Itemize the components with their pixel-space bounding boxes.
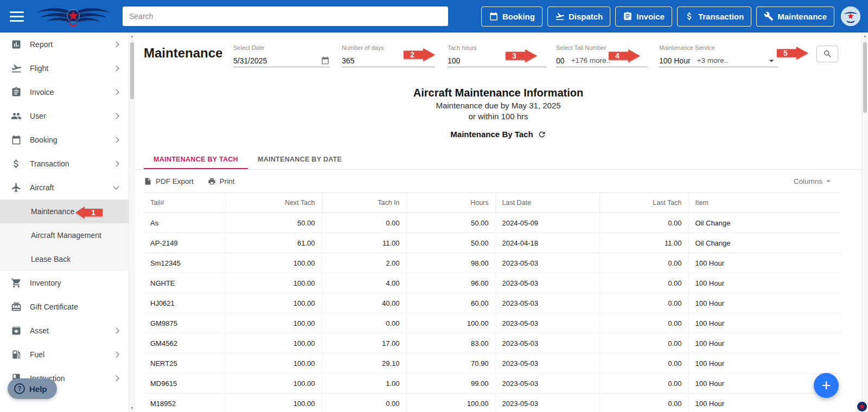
table-cell: 2023-05-03 <box>495 353 599 374</box>
maintenance-table: Tail#Next TachTach InHoursLast DateLast … <box>144 192 840 412</box>
annotation-number: 3 <box>512 52 516 60</box>
sidebar-item-label: Transaction <box>30 159 114 168</box>
tab-maintenance-by-tach[interactable]: MAINTENANCE BY TACH <box>144 150 248 169</box>
table-cell: 2023-05-03 <box>495 374 599 394</box>
columns-button[interactable]: Columns <box>794 176 833 186</box>
avatar-image <box>841 7 860 26</box>
table-cell: 50.00 <box>406 233 495 253</box>
refresh-icon[interactable] <box>538 130 546 139</box>
column-header-next-tach[interactable]: Next Tach <box>225 193 322 213</box>
sidebar-item-label: Asset <box>30 326 114 335</box>
sidebar-item-invoice[interactable]: Invoice <box>0 80 129 104</box>
sidebar-item-maintenance[interactable]: Maintenance <box>0 199 129 223</box>
column-header-tail[interactable]: Tail# <box>144 193 225 213</box>
column-header-tach-in[interactable]: Tach In <box>322 193 406 213</box>
table-cell: 2023-05-03 <box>495 333 599 353</box>
table-cell: 2023-05-03 <box>495 253 599 273</box>
search-input[interactable] <box>123 7 448 26</box>
table-row[interactable]: HJ0621100.0040.0060.002023-05-030.00100 … <box>144 293 840 313</box>
column-header-last-date[interactable]: Last Date <box>495 193 599 213</box>
annotation-arrow-3: 3 <box>506 49 537 62</box>
filter-select-date[interactable]: Select Date 5/31/2025 <box>233 44 330 67</box>
table-row[interactable]: NGHTE100.004.0096.002023-05-030.00100 Ho… <box>144 273 840 293</box>
nav-button-dispatch[interactable]: Dispatch <box>547 7 610 27</box>
column-header-item[interactable]: Item <box>688 193 840 213</box>
sidebar-item-label: Invoice <box>30 88 114 96</box>
sidebar-item-report[interactable]: Report <box>0 33 129 56</box>
help-label: Help <box>29 384 47 394</box>
filter-more-badge: +176 more.. <box>571 56 610 65</box>
chevron-down-icon <box>113 183 119 189</box>
column-header-hours[interactable]: Hours <box>406 193 495 213</box>
table-row[interactable]: NERT25100.0029.1070.902023-05-030.00100 … <box>144 353 840 374</box>
menu-icon[interactable] <box>10 11 24 22</box>
pdf-export-button[interactable]: PDF Export <box>144 177 194 185</box>
table-cell: HJ0621 <box>144 293 225 313</box>
sidebar-item-aircraft-management[interactable]: Aircraft Management <box>0 223 129 247</box>
sidebar-scrollbar[interactable]: ▲ ▼ <box>129 33 135 412</box>
calendar-icon[interactable] <box>321 56 330 65</box>
add-button[interactable]: + <box>814 373 839 398</box>
info-line-1: Maintenance due by May 31, 2025 <box>135 101 861 110</box>
page-scrollbar-thumb[interactable] <box>863 42 867 113</box>
scroll-up-icon[interactable]: ▲ <box>129 33 135 40</box>
tab-maintenance-by-date[interactable]: MAINTENANCE BY DATE <box>248 150 352 169</box>
table-cell: 100.00 <box>406 394 495 412</box>
sidebar-item-booking[interactable]: Booking <box>0 128 129 152</box>
table-cell: 61.00 <box>225 233 322 253</box>
sidebar-item-lease-back[interactable]: Lease Back <box>0 247 129 271</box>
nav-button-invoice[interactable]: Invoice <box>615 7 672 27</box>
print-button[interactable]: Print <box>208 177 235 185</box>
sidebar-item-transaction[interactable]: Transaction <box>0 152 129 176</box>
scroll-up-icon[interactable]: ▲ <box>862 33 868 40</box>
help-button[interactable]: ? Help <box>8 378 57 399</box>
sidebar-item-user[interactable]: User <box>0 104 129 128</box>
table-row[interactable]: As50.000.0050.002024-05-090.00Oil Change <box>144 213 840 233</box>
table-row[interactable]: GM4562100.0017.0083.002023-05-030.00100 … <box>144 333 840 353</box>
table-cell: 100.00 <box>225 293 322 313</box>
sidebar-item-flight[interactable]: Flight <box>0 56 129 80</box>
sidebar-item-inventory[interactable]: Inventory <box>0 271 129 295</box>
table-cell: AP-2149 <box>144 233 225 253</box>
sidebar-item-label: Inventory <box>30 279 120 287</box>
table-cell: 2023-05-03 <box>495 313 599 333</box>
nav-button-booking[interactable]: Booking <box>481 7 542 27</box>
table-row[interactable]: GM9875100.000.00100.002023-05-030.00100 … <box>144 313 840 333</box>
main-content: Maintenance Select Date 5/31/2025 Number… <box>135 33 861 412</box>
page-scrollbar[interactable]: ▲ ▼ <box>861 33 868 412</box>
sidebar-item-aircraft[interactable]: Aircraft <box>0 176 129 199</box>
table-cell: 1.00 <box>322 374 406 394</box>
column-header-last-tach[interactable]: Last Tach <box>599 193 688 213</box>
table-cell: 0.00 <box>599 374 688 394</box>
scroll-down-icon[interactable]: ▼ <box>129 404 135 412</box>
table-row[interactable]: MD9615100.001.0099.002023-05-030.00100 H… <box>144 374 840 394</box>
sidebar-item-asset[interactable]: Asset <box>0 319 129 343</box>
plane-takeoff-icon <box>11 63 22 74</box>
user-avatar[interactable] <box>841 7 860 26</box>
sidebar-item-label: Booking <box>30 136 114 144</box>
nav-button-maintenance[interactable]: Maintenance <box>756 7 834 27</box>
sidebar: ReportFlightInvoiceUserBookingTransactio… <box>0 33 129 412</box>
sidebar-item-fuel[interactable]: Fuel <box>0 343 129 366</box>
filter-value: 5/31/2025 <box>233 56 267 65</box>
table-row[interactable]: AP-214961.0011.0050.002024-04-1811.00Oil… <box>144 233 840 253</box>
sidebar-item-gift-certificate[interactable]: Gift Certificate <box>0 295 129 319</box>
table-cell: MD9615 <box>144 374 225 394</box>
app-logo[interactable] <box>33 4 114 29</box>
sidebar-scrollbar-thumb[interactable] <box>130 42 134 99</box>
table-row[interactable]: M18952100.000.00100.002023-05-030.00100 … <box>144 394 840 412</box>
table-cell: 100 Hour <box>688 394 840 412</box>
table-cell: 100.00 <box>225 313 322 333</box>
grid-toolbar: PDF Export Print Columns <box>135 170 861 192</box>
search-button[interactable] <box>816 46 838 62</box>
table-cell: 96.00 <box>406 273 495 293</box>
calendar-icon <box>489 11 499 21</box>
topbar: BookingDispatchInvoiceTransactionMainten… <box>0 0 868 33</box>
sidebar-item-label: Fuel <box>30 350 114 359</box>
table-row[interactable]: Sm12345100.002.0098.002023-05-030.00100 … <box>144 253 840 273</box>
filter-maintenance-service[interactable]: Maintenance Service 100 Hour +3 more.. <box>659 44 777 67</box>
table-cell: 2024-04-18 <box>495 233 599 253</box>
nav-button-transaction[interactable]: Transaction <box>677 7 751 27</box>
chevron-right-icon <box>113 351 119 357</box>
chevron-down-icon[interactable] <box>765 55 777 67</box>
